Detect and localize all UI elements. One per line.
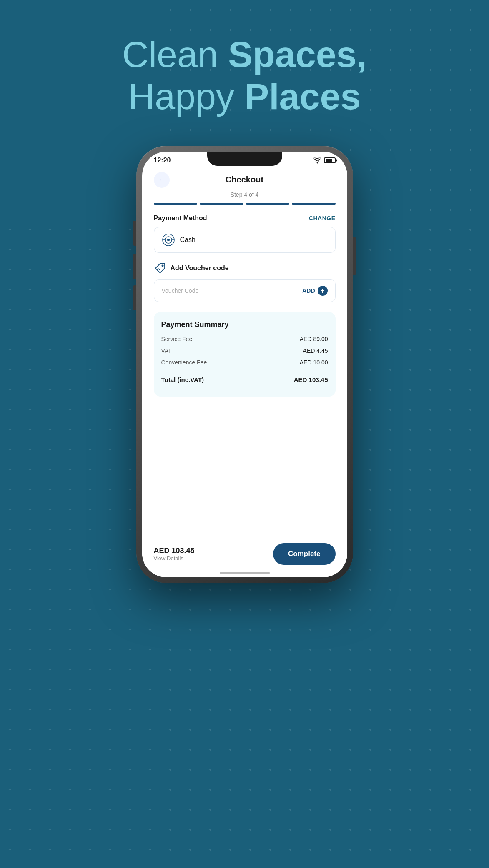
vat-value: AED 4.45	[303, 347, 328, 354]
status-icons	[313, 157, 336, 164]
status-time: 12:20	[154, 157, 171, 164]
voucher-input-row[interactable]: Voucher Code ADD +	[154, 279, 336, 302]
header-line1: Clean Spaces,	[122, 34, 367, 75]
complete-button[interactable]: Complete	[273, 543, 335, 565]
page-title: Checkout	[226, 175, 263, 185]
wifi-icon	[313, 157, 321, 164]
voucher-title: Add Voucher code	[171, 264, 229, 272]
back-button[interactable]: ←	[154, 172, 170, 188]
battery-icon	[324, 157, 336, 163]
summary-title: Payment Summary	[161, 320, 328, 329]
phone-notch	[207, 152, 282, 166]
summary-row-service-fee: Service Fee AED 89.00	[161, 336, 328, 342]
header-line2: Happy Places	[128, 76, 361, 117]
payment-summary-card: Payment Summary Service Fee AED 89.00 VA…	[154, 312, 336, 397]
total-label: Total (inc.VAT)	[161, 376, 204, 383]
phone-screen: 12:20	[142, 152, 347, 577]
bottom-amount: AED 103.45	[154, 546, 195, 555]
change-button[interactable]: CHANGE	[309, 215, 336, 222]
summary-row-convenience-fee: Convenience Fee AED 10.00	[161, 359, 328, 366]
progress-bar-1	[154, 203, 198, 205]
payment-method-value: Cash	[180, 236, 196, 244]
svg-point-2	[167, 239, 170, 241]
convenience-fee-label: Convenience Fee	[161, 359, 207, 366]
header-tagline: Clean Spaces, Happy Places	[0, 33, 489, 117]
convenience-fee-value: AED 10.00	[300, 359, 328, 366]
payment-method-card: Cash	[154, 227, 336, 253]
add-voucher-button[interactable]: ADD +	[302, 286, 327, 296]
svg-point-5	[161, 265, 163, 267]
add-plus-icon: +	[318, 286, 328, 296]
summary-row-total: Total (inc.VAT) AED 103.45	[161, 376, 328, 383]
summary-row-vat: VAT AED 4.45	[161, 347, 328, 354]
progress-bar-3	[246, 203, 290, 205]
cash-icon	[162, 233, 175, 247]
progress-bar-2	[200, 203, 243, 205]
app-content: ← Checkout Step 4 of 4 Payment Method CH	[142, 167, 347, 571]
vat-label: VAT	[161, 347, 172, 354]
step-indicator: Step 4 of 4	[154, 191, 336, 198]
total-value: AED 103.45	[294, 376, 328, 383]
phone-mockup: 12:20	[136, 146, 353, 583]
bottom-bar: AED 103.45 View Details Complete	[142, 537, 347, 577]
payment-method-title: Payment Method	[154, 215, 207, 222]
nav-header: ← Checkout	[154, 170, 336, 188]
phone-outer-shell: 12:20	[136, 146, 353, 583]
progress-bar-4	[292, 203, 336, 205]
back-arrow-icon: ←	[158, 176, 165, 184]
home-indicator	[220, 572, 270, 574]
bottom-price-section: AED 103.45 View Details	[154, 546, 195, 561]
summary-divider	[161, 371, 328, 371]
voucher-icon	[154, 262, 166, 274]
progress-bars	[154, 203, 336, 205]
voucher-header: Add Voucher code	[154, 262, 336, 274]
voucher-input-placeholder: Voucher Code	[162, 287, 199, 294]
service-fee-value: AED 89.00	[300, 336, 328, 342]
payment-method-header: Payment Method CHANGE	[154, 215, 336, 222]
view-details-link[interactable]: View Details	[154, 555, 195, 561]
service-fee-label: Service Fee	[161, 336, 193, 342]
